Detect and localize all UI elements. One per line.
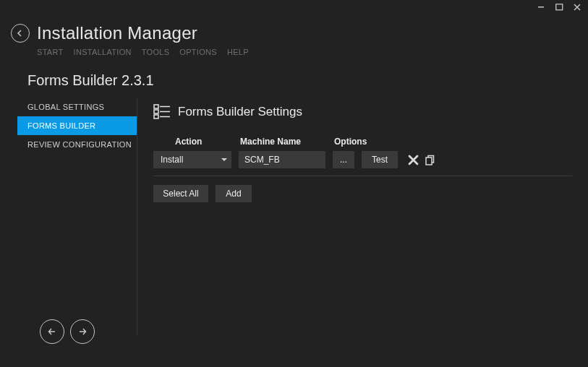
sidebar-item-global-settings[interactable]: GLOBAL SETTINGS <box>17 98 137 116</box>
sidebar: GLOBAL SETTINGS FORMS BUILDER REVIEW CON… <box>0 98 137 336</box>
col-header-options: Options <box>334 137 385 147</box>
col-header-action: Action <box>153 137 240 147</box>
settings-list-icon <box>153 103 171 121</box>
menu-item-tools[interactable]: TOOLS <box>142 48 170 56</box>
copy-icon[interactable] <box>425 155 435 165</box>
menu-item-options[interactable]: OPTIONS <box>179 48 217 56</box>
col-header-machine: Machine Name <box>240 137 334 147</box>
maximize-button[interactable] <box>555 4 563 12</box>
select-all-button[interactable]: Select All <box>153 185 208 202</box>
header: Installation Manager <box>0 14 588 43</box>
test-button[interactable]: Test <box>362 151 398 168</box>
prev-button[interactable] <box>40 319 64 344</box>
title-bar <box>0 0 588 14</box>
svg-rect-6 <box>154 115 158 118</box>
chevron-down-icon <box>221 158 227 161</box>
body: GLOBAL SETTINGS FORMS BUILDER REVIEW CON… <box>0 98 588 336</box>
close-button[interactable] <box>574 4 581 11</box>
panel-title: Forms Builder Settings <box>178 105 302 119</box>
svg-rect-8 <box>426 157 432 165</box>
minimize-button[interactable] <box>538 4 545 11</box>
back-button[interactable] <box>11 24 30 43</box>
separator <box>153 176 572 176</box>
svg-rect-1 <box>556 4 563 9</box>
menu-item-help[interactable]: HELP <box>227 48 249 56</box>
sidebar-item-review-configuration[interactable]: REVIEW CONFIGURATION <box>17 135 137 154</box>
options-ellipsis-button[interactable]: ... <box>333 151 354 168</box>
next-button[interactable] <box>70 319 95 344</box>
sidebar-item-forms-builder[interactable]: FORMS BUILDER <box>17 116 137 135</box>
config-row: Install ... Test <box>153 151 572 168</box>
svg-rect-4 <box>154 110 158 113</box>
menu-item-installation[interactable]: INSTALLATION <box>74 48 132 56</box>
delete-icon[interactable] <box>408 155 419 165</box>
main-panel: Forms Builder Settings Action Machine Na… <box>137 98 588 336</box>
action-dropdown[interactable]: Install <box>153 151 231 168</box>
action-buttons-row: Select All Add <box>153 185 572 202</box>
svg-rect-2 <box>154 105 158 108</box>
machine-name-input[interactable] <box>239 151 325 168</box>
column-headers: Action Machine Name Options <box>153 137 572 147</box>
page-subtitle: Forms Builder 2.3.1 <box>0 56 588 98</box>
panel-header: Forms Builder Settings <box>153 103 572 121</box>
nav-buttons <box>40 319 95 344</box>
menu-item-start[interactable]: START <box>37 48 64 56</box>
top-menu: START INSTALLATION TOOLS OPTIONS HELP <box>0 43 588 56</box>
add-button[interactable]: Add <box>216 185 252 202</box>
action-dropdown-value: Install <box>161 155 183 165</box>
app-title: Installation Manager <box>37 23 197 43</box>
svg-rect-0 <box>538 7 544 8</box>
